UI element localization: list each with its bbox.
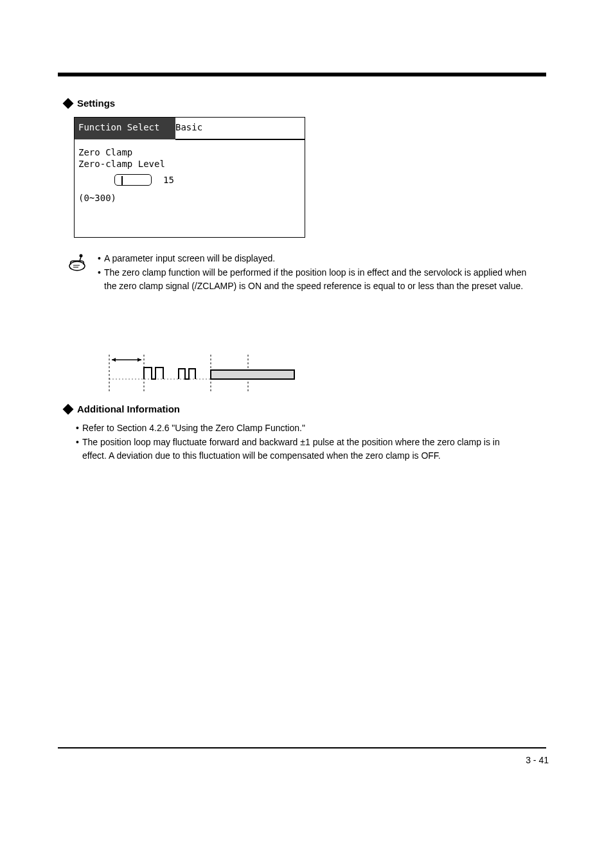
svg-line-4: [80, 257, 81, 261]
additional-line-1: Refer to Section 4.2.6 "Using the Zero C…: [82, 421, 305, 434]
section-settings-header: Settings: [64, 98, 115, 109]
note-line-2: The zero clamp function will be performe…: [104, 266, 529, 292]
setting-label-zero-clamp: Zero Clamp: [78, 147, 132, 157]
page-number: 3 - 41: [526, 755, 549, 765]
setting-tab-basic: Basic: [175, 122, 202, 132]
setting-value: 15: [163, 175, 174, 185]
section-title: Additional Information: [77, 403, 180, 414]
additional-line-2: The position loop may fluctuate forward …: [82, 436, 526, 462]
note-body: •A parameter input screen will be displa…: [98, 252, 529, 294]
setting-range: (0~300): [78, 193, 116, 203]
svg-rect-13: [211, 370, 294, 379]
diamond-bullet-icon: [63, 404, 74, 415]
svg-marker-10: [112, 358, 116, 362]
top-rule: [58, 73, 546, 76]
setting-tab-underline: [175, 139, 305, 140]
pushpin-note-icon: [67, 252, 89, 276]
slider-handle-icon: [121, 176, 123, 185]
svg-marker-11: [138, 358, 141, 362]
setting-label-zero-clamp-level: Zero-clamp Level: [78, 159, 165, 169]
setting-parameter-box: Function Select Basic Zero Clamp Zero-cl…: [74, 117, 305, 238]
setting-slider[interactable]: [114, 174, 152, 186]
note-block: •A parameter input screen will be displa…: [67, 252, 529, 294]
svg-point-3: [80, 254, 83, 258]
footer-rule: [58, 747, 546, 748]
note-line-1: A parameter input screen will be display…: [104, 252, 275, 265]
setting-dark-label: Function Select: [78, 122, 159, 132]
diamond-bullet-icon: [63, 98, 74, 109]
svg-point-0: [69, 261, 85, 270]
section-title: Settings: [77, 98, 115, 109]
section-additional-header: Additional Information: [64, 403, 180, 414]
timing-diagram: [103, 355, 308, 392]
additional-info-body: •Refer to Section 4.2.6 "Using the Zero …: [76, 421, 526, 463]
